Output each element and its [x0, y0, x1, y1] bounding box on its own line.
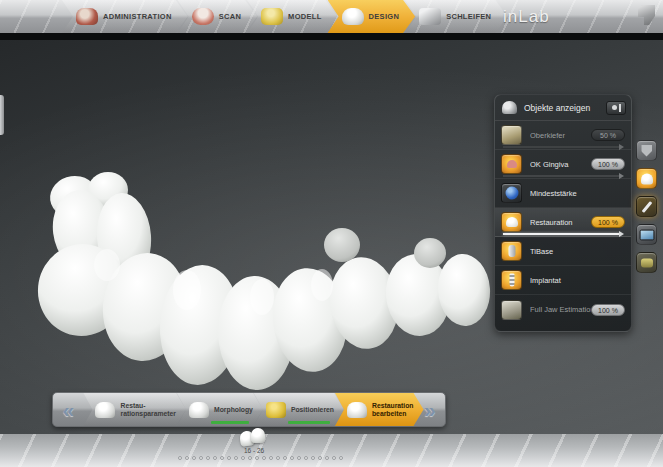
step-label-line1: Morphology [214, 406, 253, 414]
transparency-slider[interactable] [503, 233, 621, 235]
upper-jaw-icon[interactable] [501, 125, 522, 145]
object-row-oberkiefer[interactable]: Oberkiefer 50 % [495, 121, 631, 150]
display-icon[interactable] [636, 224, 657, 245]
step-progress-indicator [211, 421, 249, 424]
right-tool-strip [636, 140, 661, 273]
inlab-application-window: ADMINISTRATION SCAN MODELL DESIGN SCHLEI… [0, 0, 663, 467]
tab-schleifen[interactable]: SCHLEIFEN [405, 0, 507, 33]
visibility-toggle-icon[interactable] [606, 101, 626, 115]
implant-icon[interactable] [501, 270, 522, 290]
step-positionieren[interactable]: Positionieren [254, 393, 344, 426]
show-objects-panel: Objekte anzeigen Oberkiefer 50 % OK Ging… [494, 94, 632, 332]
articulator-icon[interactable] [636, 252, 657, 273]
object-label: Mindeststärke [530, 189, 625, 198]
restoration-selector[interactable]: 16 - 26 [232, 428, 276, 454]
articulator-icon [266, 402, 286, 418]
transparency-badge[interactable]: 50 % [591, 129, 625, 141]
tab-label: MODELL [288, 12, 321, 21]
phase-toolbar: ADMINISTRATION SCAN MODELL DESIGN SCHLEI… [0, 0, 663, 33]
previous-step-button[interactable]: « [53, 393, 83, 426]
crown-icon [95, 402, 115, 418]
step-progress-indicator [288, 421, 330, 424]
tibase-icon[interactable] [501, 241, 522, 261]
gingiva-icon[interactable] [501, 154, 522, 174]
articulator-icon [76, 8, 98, 25]
analysis-pen-icon[interactable] [636, 196, 657, 217]
panel-title: Objekte anzeigen [524, 103, 606, 113]
crown-pen-icon [347, 402, 367, 418]
metallic-texture [0, 434, 663, 467]
transparency-badge[interactable]: 100 % [591, 304, 625, 316]
transparency-slider[interactable] [503, 175, 621, 177]
object-row-implantat[interactable]: Implantat [495, 266, 631, 295]
object-label: TiBase [530, 247, 625, 256]
step-label-line2: rationsparameter [120, 410, 176, 418]
inlab-logo: inLab [503, 7, 550, 27]
teeth-3d-model[interactable] [12, 85, 512, 405]
tooth-icon[interactable] [636, 168, 657, 189]
object-label: OK Gingiva [530, 160, 591, 169]
step-restauration-bearbeiten[interactable]: Restauration bearbeiten [335, 393, 424, 426]
object-row-mindeststaerke[interactable]: Mindeststärke [495, 179, 631, 208]
left-panel-handle[interactable] [0, 95, 4, 135]
object-row-restauration[interactable]: Restauration 100 % [495, 208, 631, 237]
scan-teeth-icon [192, 8, 214, 25]
tooth-range-label: 16 - 26 [232, 447, 276, 454]
object-label: Oberkiefer [530, 131, 591, 140]
step-restaurationsparameter[interactable]: Restau- rationsparameter [83, 393, 186, 426]
bottom-frame [0, 434, 663, 467]
shield-icon[interactable] [636, 140, 657, 161]
mini-bridge-icon [237, 428, 271, 446]
transparency-slider[interactable] [503, 146, 621, 148]
tab-scan[interactable]: SCAN [178, 0, 257, 33]
crown-pen-icon [189, 402, 209, 418]
milling-block-icon [419, 8, 441, 25]
tab-administration[interactable]: ADMINISTRATION [62, 0, 188, 33]
3d-viewport[interactable]: Objekte anzeigen Oberkiefer 50 % OK Ging… [0, 40, 663, 434]
object-label: Restauration [530, 218, 591, 227]
tab-label: SCAN [219, 12, 241, 21]
tab-label: SCHLEIFEN [446, 12, 491, 21]
model-icon [261, 8, 283, 25]
step-label-line1: Restauration [372, 402, 414, 410]
object-row-ok-gingiva[interactable]: OK Gingiva 100 % [495, 150, 631, 179]
full-jaw-icon[interactable] [501, 300, 522, 320]
restoration-icon[interactable] [501, 212, 522, 232]
object-row-full-jaw-estimation[interactable]: Full Jaw Estimation 100 % [495, 295, 631, 324]
step-label-line2: bearbeiten [372, 410, 414, 418]
step-label-line1: Restau- [120, 402, 176, 410]
object-label: Full Jaw Estimation [530, 305, 591, 314]
panel-header: Objekte anzeigen [495, 95, 631, 121]
tab-design[interactable]: DESIGN [328, 0, 416, 33]
step-morphology[interactable]: Morphology [177, 393, 263, 426]
tab-label: ADMINISTRATION [103, 12, 172, 21]
toolbar-divider [0, 33, 663, 40]
tooth-chart-dots [170, 456, 350, 460]
crown-icon [342, 8, 364, 25]
object-row-tibase[interactable]: TiBase [495, 237, 631, 266]
workflow-stepbar: « Restau- rationsparameter Morphology Po… [52, 392, 446, 427]
object-label: Implantat [530, 276, 625, 285]
tab-modell[interactable]: MODELL [247, 0, 337, 33]
tab-label: DESIGN [369, 12, 400, 21]
show-objects-icon [502, 101, 517, 114]
minimum-thickness-icon[interactable] [501, 183, 522, 203]
phase-tabs: ADMINISTRATION SCAN MODELL DESIGN SCHLEI… [62, 0, 497, 33]
transparency-badge[interactable]: 100 % [591, 158, 625, 170]
step-label-line1: Positionieren [291, 406, 334, 414]
transparency-badge[interactable]: 100 % [591, 216, 625, 228]
